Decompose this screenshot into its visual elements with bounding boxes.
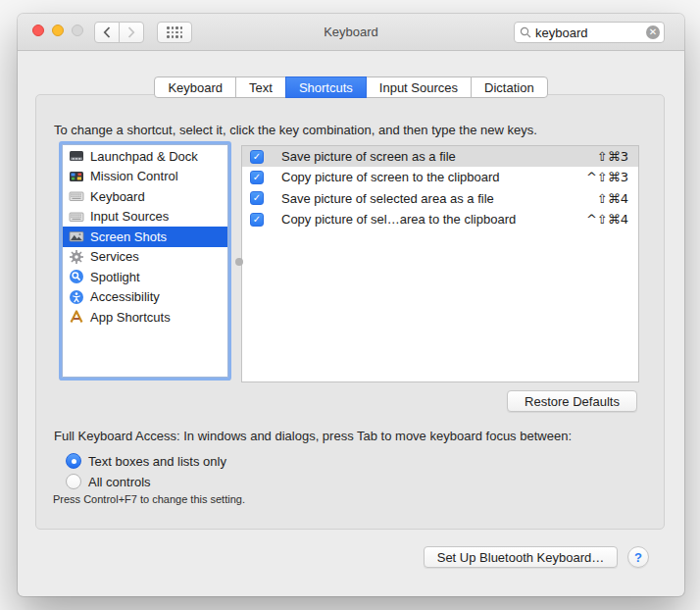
shortcut-row[interactable]: ✓ Copy picture of sel…area to the clipbo… — [242, 209, 638, 229]
clear-search-icon[interactable]: ✕ — [646, 25, 660, 39]
radio-text-boxes-lists[interactable]: Text boxes and lists only — [66, 453, 226, 469]
checkbox-checked[interactable]: ✓ — [250, 150, 264, 164]
tab-bar: Keyboard Text Shortcuts Input Sources Di… — [18, 76, 684, 98]
shortcut-label: Copy picture of sel…area to the clipboar… — [281, 212, 516, 227]
accessibility-icon — [69, 289, 84, 305]
sidebar-item-label: Services — [90, 249, 139, 264]
tab-dictation[interactable]: Dictation — [471, 76, 548, 98]
setup-bluetooth-keyboard-button[interactable]: Set Up Bluetooth Keyboard… — [424, 546, 618, 568]
radio-label: Text boxes and lists only — [88, 454, 226, 469]
sidebar-item-label: Accessibility — [90, 289, 160, 304]
sidebar-item-screen-shots[interactable]: Screen Shots — [63, 227, 227, 247]
checkbox-checked[interactable]: ✓ — [250, 191, 264, 205]
sidebar-item-label: Mission Control — [90, 169, 178, 183]
tab-shortcuts[interactable]: Shortcuts — [285, 76, 367, 98]
tab-input-sources[interactable]: Input Sources — [366, 76, 472, 98]
instruction-text: To change a shortcut, select it, click t… — [54, 123, 537, 137]
sidebar-item-launchpad-dock[interactable]: Launchpad & Dock — [63, 146, 227, 167]
shortcut-category-list: Launchpad & Dock Mission Control — [62, 144, 228, 378]
sidebar-item-spotlight[interactable]: Spotlight — [63, 267, 227, 287]
titlebar: Keyboard ✕ — [18, 14, 684, 51]
sidebar-item-label: App Shortcuts — [90, 310, 171, 325]
radio-all-controls[interactable]: All controls — [66, 474, 151, 489]
screenshot-icon — [69, 229, 84, 244]
sidebar-item-accessibility[interactable]: Accessibility — [63, 287, 227, 308]
spotlight-icon — [69, 269, 84, 284]
sidebar-item-app-shortcuts[interactable]: App Shortcuts — [63, 307, 227, 328]
sidebar-item-keyboard[interactable]: Keyboard — [63, 186, 227, 207]
checkbox-checked[interactable]: ✓ — [250, 213, 264, 227]
restore-defaults-button[interactable]: Restore Defaults — [507, 390, 637, 412]
shortcut-keys[interactable]: ^⇧⌘4 — [586, 212, 628, 227]
sidebar-item-input-sources[interactable]: Input Sources — [63, 207, 227, 228]
gear-icon — [69, 249, 84, 265]
control-f7-note: Press Control+F7 to change this setting. — [53, 493, 245, 505]
keyboard-icon — [69, 188, 84, 204]
tab-keyboard[interactable]: Keyboard — [154, 76, 236, 98]
sidebar-item-label: Input Sources — [90, 209, 169, 224]
shortcut-label: Save picture of screen as a file — [281, 149, 456, 164]
full-keyboard-access-label: Full Keyboard Access: In windows and dia… — [54, 429, 572, 443]
shortcut-label: Copy picture of screen to the clipboard — [281, 170, 500, 184]
app-shortcuts-icon — [69, 309, 84, 325]
splitter-handle[interactable] — [235, 258, 243, 266]
sidebar-item-label: Screen Shots — [90, 229, 167, 244]
sidebar-item-services[interactable]: Services — [63, 247, 227, 268]
shortcut-row[interactable]: ✓ Copy picture of screen to the clipboar… — [242, 167, 638, 187]
tab-text[interactable]: Text — [235, 76, 286, 98]
sidebar-item-label: Keyboard — [90, 189, 145, 204]
sidebar-item-label: Launchpad & Dock — [90, 149, 198, 164]
shortcut-keys[interactable]: ⇧⌘3 — [597, 149, 628, 164]
shortcut-label: Save picture of selected area as a file — [281, 191, 494, 206]
help-button[interactable]: ? — [627, 546, 649, 568]
shortcut-keys[interactable]: ^⇧⌘3 — [586, 170, 628, 184]
shortcut-row[interactable]: ✓ Save picture of screen as a file ⇧⌘3 — [242, 146, 638, 167]
checkbox-checked[interactable]: ✓ — [250, 171, 264, 184]
shortcut-list: ✓ Save picture of screen as a file ⇧⌘3 ✓… — [241, 145, 639, 382]
search-field[interactable]: ✕ — [514, 22, 665, 43]
radio-selected-icon[interactable] — [66, 453, 81, 469]
mission-control-icon — [69, 169, 84, 184]
dock-icon — [69, 148, 84, 164]
search-icon — [520, 26, 531, 38]
keyboard-icon — [69, 209, 84, 225]
shortcut-row[interactable]: ✓ Save picture of selected area as a fil… — [242, 188, 638, 209]
radio-unselected-icon[interactable] — [66, 474, 81, 489]
search-input[interactable] — [535, 25, 646, 40]
sidebar-item-mission-control[interactable]: Mission Control — [63, 167, 227, 187]
system-preferences-window: Keyboard ✕ Keyboard Text Shortcuts Input… — [18, 14, 684, 596]
radio-label: All controls — [88, 475, 151, 489]
sidebar-item-label: Spotlight — [90, 270, 140, 284]
shortcut-keys[interactable]: ⇧⌘4 — [597, 191, 628, 206]
